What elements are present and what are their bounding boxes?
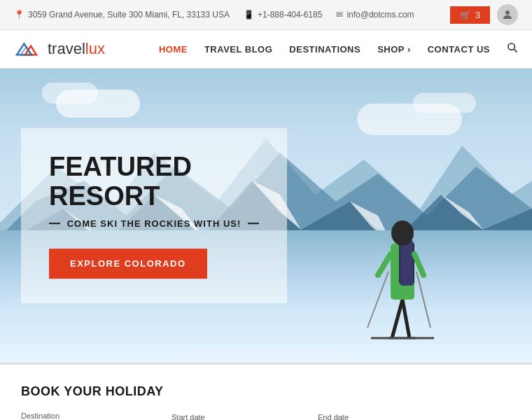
logo-text: travellux [48, 40, 105, 58]
user-avatar[interactable] [497, 4, 518, 25]
cart-button[interactable]: 🛒 3 [450, 6, 490, 24]
svg-point-0 [505, 10, 510, 15]
svg-line-18 [368, 272, 388, 328]
email-icon: ✉ [336, 10, 343, 20]
skier-figure [357, 160, 448, 342]
hero-section: FEATURED RESORT COME SKI THE ROCKIES WIT… [0, 69, 532, 363]
top-bar-right: 🛒 3 [450, 4, 518, 25]
svg-point-23 [391, 220, 414, 246]
logo-lux: lux [85, 40, 105, 57]
hero-content: FEATURED RESORT COME SKI THE ROCKIES WIT… [21, 128, 287, 303]
svg-line-14 [392, 300, 402, 338]
top-bar-left: 📍 3059 Grand Avenue, Suite 300 Miami, FL… [14, 10, 414, 20]
nav-link-travel-blog[interactable]: TRAVEL BLOG [204, 44, 272, 55]
explore-button[interactable]: EXPLORE COLORADO [49, 248, 207, 279]
booking-form: Destination Colorado & The Rockies Swiss… [21, 412, 511, 420]
nav-link-contact-us[interactable]: CONTACT US [428, 44, 490, 55]
email-item: ✉ info@dotcms.com [336, 10, 414, 20]
navbar: travellux HOME TRAVEL BLOG DESTINATIONS … [0, 30, 532, 69]
start-date-group: Start date [172, 413, 307, 420]
phone-text: +1-888-404-6185 [258, 10, 322, 20]
destination-label: Destination [21, 412, 161, 420]
nav-link-shop[interactable]: SHOP [377, 44, 411, 55]
end-date-label: End date [318, 413, 454, 420]
svg-rect-22 [400, 240, 413, 286]
logo-icon [14, 38, 42, 59]
address-item: 📍 3059 Grand Avenue, Suite 300 Miami, FL… [14, 10, 230, 20]
destination-group: Destination Colorado & The Rockies Swiss… [21, 412, 161, 420]
hero-subtitle: COME SKI THE ROCKIES WITH US! [49, 218, 259, 229]
booking-title: BOOK YOUR HOLIDAY [21, 384, 511, 399]
svg-line-25 [414, 254, 424, 275]
svg-line-5 [514, 49, 517, 52]
logo[interactable]: travellux [14, 38, 105, 59]
email-text: info@dotcms.com [346, 10, 414, 20]
end-date-group: End date [318, 413, 454, 420]
user-icon [501, 8, 514, 21]
nav-links: HOME TRAVEL BLOG DESTINATIONS SHOP CONTA… [159, 42, 518, 56]
top-bar: 📍 3059 Grand Avenue, Suite 300 Miami, FL… [0, 0, 532, 30]
nav-link-destinations[interactable]: DESTINATIONS [289, 44, 360, 55]
cart-count: 3 [475, 10, 480, 20]
search-icon[interactable] [507, 42, 518, 56]
address-text: 3059 Grand Avenue, Suite 300 Miami, FL, … [28, 10, 230, 20]
svg-line-15 [402, 300, 410, 338]
logo-travel: travel [48, 40, 85, 57]
svg-point-4 [508, 43, 514, 50]
booking-section: BOOK YOUR HOLIDAY Destination Colorado &… [0, 363, 532, 420]
hero-title: FEATURED RESORT [49, 153, 259, 211]
start-date-label: Start date [172, 413, 307, 420]
nav-link-home[interactable]: HOME [159, 44, 188, 55]
svg-line-19 [416, 272, 430, 328]
cart-icon: 🛒 [460, 10, 471, 20]
phone-icon: 📱 [244, 10, 254, 20]
phone-item: 📱 +1-888-404-6185 [244, 10, 322, 20]
location-icon: 📍 [14, 10, 24, 20]
